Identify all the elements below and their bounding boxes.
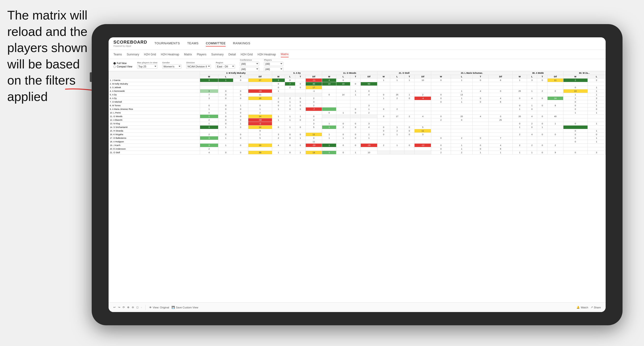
sub-t2: T (295, 75, 306, 79)
undo-btn[interactable]: ↩ (114, 306, 116, 309)
settings-btn[interactable]: · (141, 306, 142, 309)
share-icon: ↗ (591, 306, 593, 309)
division-select[interactable]: NCAA Division II (186, 64, 211, 69)
sub-l1: L (218, 75, 233, 79)
sub-l5: L (451, 75, 472, 79)
nav-committee[interactable]: COMMITTEE (206, 40, 226, 46)
sub-l7: L (588, 75, 606, 79)
players-select2[interactable]: (All) (264, 67, 283, 71)
gender-select[interactable]: Women's (162, 64, 182, 69)
sub-w1: W (200, 75, 218, 79)
players-filter: Players (All) (All) (264, 59, 283, 71)
sub-nav-teams[interactable]: Teams (114, 52, 122, 57)
table-row: 5. A Dy 70011 01414 02512 013 11 (109, 93, 606, 97)
table-row: 18. A Hodgson 11 01 (109, 140, 606, 144)
table-row: 12. A Bianchi 200-58 1104 2025 (109, 118, 606, 122)
tablet-side-button (90, 72, 92, 82)
logo-sub: Powered by clippd (114, 45, 147, 47)
region-filter: Region East - DII (216, 61, 235, 69)
eye-icon: 👁 (149, 306, 152, 309)
sub-nav-h2h-heatmap[interactable]: H2H Heatmap (161, 52, 179, 57)
table-row: 1. J Garcia 31027 30-11 40 11110 0106 13… (109, 79, 606, 82)
sub-t4: T (404, 75, 414, 79)
compact-view-label: Compact View (117, 65, 132, 68)
table-row: 7. O Mitchell 0103 0108 01 (109, 100, 606, 104)
nav-tournaments[interactable]: TOURNAMENTS (154, 40, 180, 46)
separator1 (145, 305, 146, 310)
player-name-header (109, 71, 200, 79)
region-label: Region (216, 61, 235, 64)
compact-view-option[interactable]: Compact View (114, 65, 132, 68)
player-name: 9. A Maria Jimenez Rios (109, 107, 200, 111)
region-select[interactable]: East - DII (216, 64, 235, 69)
sub-w2: W (272, 75, 285, 79)
zoom-out-btn[interactable]: ⊖ (132, 306, 134, 309)
sub-nav-detail[interactable]: Detail (228, 52, 236, 57)
sub-nav-summary2[interactable]: Summary (211, 52, 224, 57)
player-name: 13. N Klug (109, 122, 200, 126)
redo-btn[interactable]: ↪ (118, 306, 120, 309)
sub-t6: T (537, 75, 548, 79)
sub-nav-h2h-heatmap2[interactable]: H2H Heatmap (258, 52, 276, 57)
table-row: 19. J Karrh 31019 400-20 100-35 210-12 0… (109, 144, 606, 147)
filters-row: Full View Compact View Max players in vi… (108, 59, 606, 71)
player-name: 6. A Dy (109, 97, 200, 100)
table-row: 3. S Jelinek 02017 01 (109, 86, 606, 89)
fullscreen-btn[interactable]: ◻ (136, 306, 138, 309)
player-name: 5. A Dy (109, 93, 200, 97)
table-row: 15. H Stranda 9 02011 01 (109, 129, 606, 133)
view-original-btn[interactable]: 👁 View: Original (149, 306, 169, 309)
table-row: 10. L Perini 0102 0102 11 (109, 111, 606, 115)
sub-nav: Teams Summary H2H Grid H2H Heatmap Matri… (108, 50, 606, 59)
player-name: 15. H Stranda (109, 129, 200, 133)
player-name: 3. S Jelinek (109, 86, 200, 89)
tablet-device: SCOREBOARD Powered by clippd TOURNAMENTS… (92, 24, 622, 325)
col-header-stoll: 21. O Stoll (377, 71, 431, 75)
sub-nav-players[interactable]: Players (197, 52, 206, 57)
player-name: 11. G Woods (109, 115, 200, 118)
col-header-schumac: 23. L Marie Schumac. (431, 71, 513, 75)
matrix-table: 2. M Kelly Mulcahy 6. A Dy 11. G Woods 2… (108, 71, 606, 155)
full-view-option[interactable]: Full View (114, 62, 132, 65)
col-header-woods: 11. G Woods (322, 71, 378, 75)
sub-nav-summary[interactable]: Summary (127, 52, 139, 57)
conference-select2[interactable]: (All) (240, 67, 259, 71)
nav-teams[interactable]: TEAMS (187, 40, 198, 46)
max-players-select[interactable]: Top 25 (137, 64, 157, 69)
table-row: 9. A Maria Jimenez Rios 1001 100-7 01 02… (109, 107, 606, 111)
nav-rankings[interactable]: RANKINGS (233, 40, 250, 46)
sub-nav-h2h-grid[interactable]: H2H Grid (144, 52, 156, 57)
player-name: 7. O Mitchell (109, 100, 200, 104)
gender-label: Gender (162, 61, 182, 64)
sub-nav-matrix2[interactable]: Matrix (281, 52, 289, 57)
table-row: 14. S Srichantamit 31014 0105 1204 0105 … (109, 126, 606, 129)
sub-nav-h2h-grid2[interactable]: H2H Grid (240, 52, 253, 57)
share-btn[interactable]: ↗ Share (591, 306, 601, 309)
sub-w4: W (377, 75, 390, 79)
player-name: 8. M Torres (109, 104, 200, 107)
division-filter: Division NCAA Division II (186, 61, 211, 69)
conference-select[interactable]: (All) (240, 62, 259, 66)
player-name: 17. D Ballesteros (109, 136, 200, 140)
sub-nav-matrix[interactable]: Matrix (184, 52, 192, 57)
sub-w5: W (431, 75, 451, 79)
zoom-in-btn[interactable]: ⊕ (127, 306, 129, 309)
footer-toolbar: ↩ ↪ ⟳ ⊕ ⊖ ◻ · 👁 View: Original 💾 Save Cu… (108, 302, 606, 312)
sub-l3: L (336, 75, 350, 79)
max-players-label: Max players in view (137, 61, 157, 64)
player-name: 16. K Mcgaha (109, 133, 200, 136)
logo-text: SCOREBOARD (114, 40, 147, 45)
full-view-radio[interactable] (114, 62, 116, 65)
sub-w6: W (513, 75, 527, 79)
compact-view-radio[interactable] (114, 66, 116, 68)
watch-btn[interactable]: 🔔 Watch (576, 306, 588, 309)
players-select[interactable]: (All) (264, 62, 283, 66)
sub-w3: W (322, 75, 336, 79)
sub-dif4: Dif (414, 75, 431, 79)
refresh-btn[interactable]: ⟳ (122, 306, 125, 309)
nav-items: TOURNAMENTS TEAMS COMMITTEE RANKINGS (154, 40, 250, 46)
player-name: 10. L Perini (109, 111, 200, 115)
view-original-label: View: Original (153, 306, 169, 309)
save-icon: 💾 (172, 306, 175, 309)
save-custom-btn[interactable]: 💾 Save Custom View (172, 306, 198, 309)
